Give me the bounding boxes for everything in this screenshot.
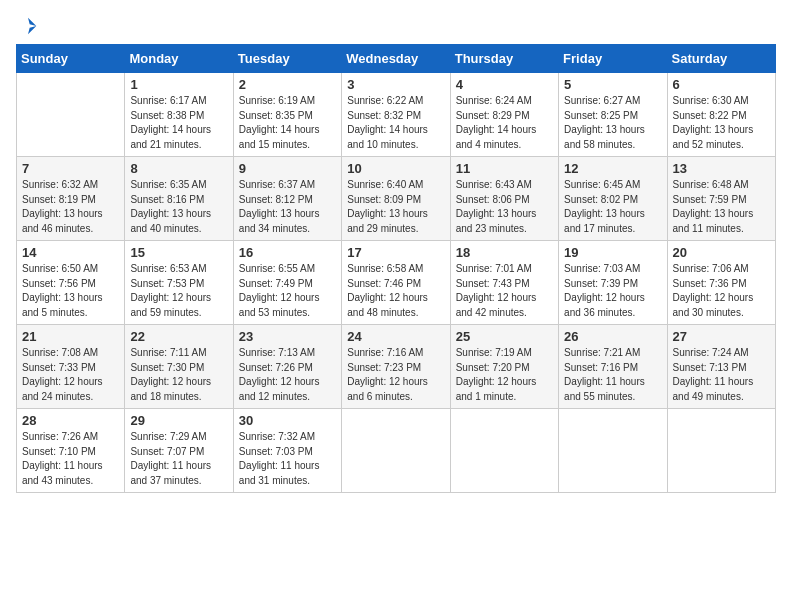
calendar-cell: 20Sunrise: 7:06 AMSunset: 7:36 PMDayligh… [667,241,775,325]
day-number: 18 [456,245,553,260]
calendar-cell: 16Sunrise: 6:55 AMSunset: 7:49 PMDayligh… [233,241,341,325]
calendar-cell: 14Sunrise: 6:50 AMSunset: 7:56 PMDayligh… [17,241,125,325]
day-info: Sunrise: 6:24 AMSunset: 8:29 PMDaylight:… [456,94,553,152]
day-info: Sunrise: 7:26 AMSunset: 7:10 PMDaylight:… [22,430,119,488]
weekday-header-saturday: Saturday [667,45,775,73]
day-info: Sunrise: 7:03 AMSunset: 7:39 PMDaylight:… [564,262,661,320]
weekday-header-wednesday: Wednesday [342,45,450,73]
calendar-cell: 13Sunrise: 6:48 AMSunset: 7:59 PMDayligh… [667,157,775,241]
day-number: 13 [673,161,770,176]
day-info: Sunrise: 6:58 AMSunset: 7:46 PMDaylight:… [347,262,444,320]
day-info: Sunrise: 6:43 AMSunset: 8:06 PMDaylight:… [456,178,553,236]
day-info: Sunrise: 7:11 AMSunset: 7:30 PMDaylight:… [130,346,227,404]
day-info: Sunrise: 7:06 AMSunset: 7:36 PMDaylight:… [673,262,770,320]
calendar-cell: 25Sunrise: 7:19 AMSunset: 7:20 PMDayligh… [450,325,558,409]
day-number: 7 [22,161,119,176]
day-number: 14 [22,245,119,260]
weekday-header-row: SundayMondayTuesdayWednesdayThursdayFrid… [17,45,776,73]
weekday-header-friday: Friday [559,45,667,73]
day-number: 16 [239,245,336,260]
calendar-cell: 21Sunrise: 7:08 AMSunset: 7:33 PMDayligh… [17,325,125,409]
calendar-cell: 1Sunrise: 6:17 AMSunset: 8:38 PMDaylight… [125,73,233,157]
week-row-2: 7Sunrise: 6:32 AMSunset: 8:19 PMDaylight… [17,157,776,241]
day-number: 6 [673,77,770,92]
day-number: 17 [347,245,444,260]
day-number: 2 [239,77,336,92]
day-info: Sunrise: 7:01 AMSunset: 7:43 PMDaylight:… [456,262,553,320]
day-info: Sunrise: 7:19 AMSunset: 7:20 PMDaylight:… [456,346,553,404]
calendar-cell: 2Sunrise: 6:19 AMSunset: 8:35 PMDaylight… [233,73,341,157]
calendar-cell: 7Sunrise: 6:32 AMSunset: 8:19 PMDaylight… [17,157,125,241]
day-number: 22 [130,329,227,344]
day-number: 24 [347,329,444,344]
day-number: 10 [347,161,444,176]
day-info: Sunrise: 6:45 AMSunset: 8:02 PMDaylight:… [564,178,661,236]
calendar-cell: 29Sunrise: 7:29 AMSunset: 7:07 PMDayligh… [125,409,233,493]
day-number: 27 [673,329,770,344]
day-info: Sunrise: 6:17 AMSunset: 8:38 PMDaylight:… [130,94,227,152]
calendar-cell [667,409,775,493]
weekday-header-tuesday: Tuesday [233,45,341,73]
logo [16,16,38,32]
calendar-cell: 23Sunrise: 7:13 AMSunset: 7:26 PMDayligh… [233,325,341,409]
calendar-cell [17,73,125,157]
calendar-cell: 19Sunrise: 7:03 AMSunset: 7:39 PMDayligh… [559,241,667,325]
calendar-cell: 12Sunrise: 6:45 AMSunset: 8:02 PMDayligh… [559,157,667,241]
day-info: Sunrise: 6:19 AMSunset: 8:35 PMDaylight:… [239,94,336,152]
calendar-cell: 30Sunrise: 7:32 AMSunset: 7:03 PMDayligh… [233,409,341,493]
day-number: 25 [456,329,553,344]
calendar-cell: 3Sunrise: 6:22 AMSunset: 8:32 PMDaylight… [342,73,450,157]
calendar-cell [450,409,558,493]
day-number: 23 [239,329,336,344]
day-info: Sunrise: 6:37 AMSunset: 8:12 PMDaylight:… [239,178,336,236]
day-info: Sunrise: 6:48 AMSunset: 7:59 PMDaylight:… [673,178,770,236]
day-number: 8 [130,161,227,176]
day-info: Sunrise: 6:32 AMSunset: 8:19 PMDaylight:… [22,178,119,236]
week-row-4: 21Sunrise: 7:08 AMSunset: 7:33 PMDayligh… [17,325,776,409]
day-info: Sunrise: 7:21 AMSunset: 7:16 PMDaylight:… [564,346,661,404]
calendar-cell: 11Sunrise: 6:43 AMSunset: 8:06 PMDayligh… [450,157,558,241]
weekday-header-sunday: Sunday [17,45,125,73]
day-info: Sunrise: 6:22 AMSunset: 8:32 PMDaylight:… [347,94,444,152]
weekday-header-thursday: Thursday [450,45,558,73]
day-info: Sunrise: 6:40 AMSunset: 8:09 PMDaylight:… [347,178,444,236]
calendar-cell: 5Sunrise: 6:27 AMSunset: 8:25 PMDaylight… [559,73,667,157]
calendar-cell: 22Sunrise: 7:11 AMSunset: 7:30 PMDayligh… [125,325,233,409]
svg-marker-0 [28,18,36,35]
calendar-cell: 26Sunrise: 7:21 AMSunset: 7:16 PMDayligh… [559,325,667,409]
calendar-cell: 28Sunrise: 7:26 AMSunset: 7:10 PMDayligh… [17,409,125,493]
calendar-cell: 9Sunrise: 6:37 AMSunset: 8:12 PMDaylight… [233,157,341,241]
day-info: Sunrise: 6:53 AMSunset: 7:53 PMDaylight:… [130,262,227,320]
day-number: 29 [130,413,227,428]
week-row-1: 1Sunrise: 6:17 AMSunset: 8:38 PMDaylight… [17,73,776,157]
day-info: Sunrise: 7:16 AMSunset: 7:23 PMDaylight:… [347,346,444,404]
calendar-cell: 24Sunrise: 7:16 AMSunset: 7:23 PMDayligh… [342,325,450,409]
day-number: 19 [564,245,661,260]
calendar-cell: 6Sunrise: 6:30 AMSunset: 8:22 PMDaylight… [667,73,775,157]
day-info: Sunrise: 6:55 AMSunset: 7:49 PMDaylight:… [239,262,336,320]
day-info: Sunrise: 7:13 AMSunset: 7:26 PMDaylight:… [239,346,336,404]
calendar-cell [559,409,667,493]
day-number: 21 [22,329,119,344]
calendar-cell: 8Sunrise: 6:35 AMSunset: 8:16 PMDaylight… [125,157,233,241]
calendar-cell: 17Sunrise: 6:58 AMSunset: 7:46 PMDayligh… [342,241,450,325]
day-info: Sunrise: 7:08 AMSunset: 7:33 PMDaylight:… [22,346,119,404]
day-info: Sunrise: 6:27 AMSunset: 8:25 PMDaylight:… [564,94,661,152]
day-number: 5 [564,77,661,92]
calendar-cell: 15Sunrise: 6:53 AMSunset: 7:53 PMDayligh… [125,241,233,325]
day-number: 15 [130,245,227,260]
calendar-cell: 4Sunrise: 6:24 AMSunset: 8:29 PMDaylight… [450,73,558,157]
day-number: 9 [239,161,336,176]
day-number: 30 [239,413,336,428]
day-info: Sunrise: 7:32 AMSunset: 7:03 PMDaylight:… [239,430,336,488]
day-info: Sunrise: 6:50 AMSunset: 7:56 PMDaylight:… [22,262,119,320]
day-number: 1 [130,77,227,92]
calendar-cell [342,409,450,493]
day-info: Sunrise: 7:24 AMSunset: 7:13 PMDaylight:… [673,346,770,404]
day-number: 28 [22,413,119,428]
day-number: 20 [673,245,770,260]
calendar-table: SundayMondayTuesdayWednesdayThursdayFrid… [16,44,776,493]
week-row-3: 14Sunrise: 6:50 AMSunset: 7:56 PMDayligh… [17,241,776,325]
day-number: 11 [456,161,553,176]
calendar-cell: 10Sunrise: 6:40 AMSunset: 8:09 PMDayligh… [342,157,450,241]
